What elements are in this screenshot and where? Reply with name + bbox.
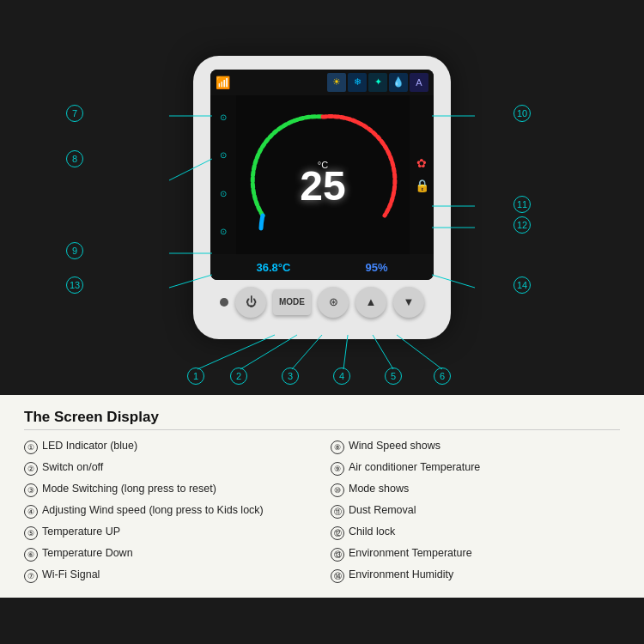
thermostat-device: 📶 ☀ ❄ ✦ 💧 A ⊙ ⊙ ⊙ ⊙: [193, 56, 451, 339]
legend-label-12: Child lock: [349, 526, 395, 538]
legend-label-11: Dust Removal: [349, 504, 416, 516]
svg-line-10: [292, 335, 322, 369]
temperature-display: °C 25: [300, 160, 345, 207]
legend-item-1: ① LED Indicator (blue): [24, 437, 313, 457]
legend-item-13: ⑬ Environment Temperature: [331, 544, 620, 564]
ann-4: 4: [333, 368, 350, 385]
legend-label-7: Wi-Fi Signal: [42, 568, 100, 580]
env-temp-reading: 36.8°C: [257, 261, 291, 274]
legend-num-2: ②: [24, 462, 38, 476]
legend-num-14: ⑭: [331, 569, 344, 583]
top-section: 📶 ☀ ❄ ✦ 💧 A ⊙ ⊙ ⊙ ⊙: [0, 0, 644, 395]
ann-14: 14: [513, 276, 531, 294]
snow-mode-icon[interactable]: ❄: [348, 73, 367, 92]
legend-num-13: ⑬: [331, 548, 344, 562]
legend-label-5: Temperature UP: [42, 526, 120, 538]
legend-label-2: Switch on/off: [42, 461, 103, 473]
wifi-icon: 📶: [216, 76, 230, 89]
section-title: The Screen Display: [24, 409, 620, 430]
auto-mode-icon[interactable]: A: [410, 73, 428, 92]
screen-main-area: ⊙ ⊙ ⊙ ⊙ °C: [210, 95, 434, 254]
temp-down-button[interactable]: ▼: [393, 287, 424, 318]
fan-speed-1: ⊙: [212, 112, 234, 122]
screen-top-bar: 📶 ☀ ❄ ✦ 💧 A: [210, 70, 434, 95]
svg-line-12: [373, 335, 393, 369]
legend-item-12: ⑫ Child lock: [331, 523, 620, 543]
legend-grid: ① LED Indicator (blue) ⑧ Wind Speed show…: [24, 437, 620, 586]
sun-mode-icon[interactable]: ☀: [327, 73, 346, 92]
legend-item-10: ⑩ Mode shows: [331, 480, 620, 500]
fan-mode-icon[interactable]: ✦: [368, 73, 387, 92]
ann-9: 9: [66, 242, 83, 259]
legend-item-6: ⑥ Temperature Down: [24, 544, 313, 564]
legend-label-6: Temperature Down: [42, 547, 133, 559]
fan-speed-4: ⊙: [212, 227, 234, 236]
legend-item-7: ⑦ Wi-Fi Signal: [24, 566, 313, 586]
legend-num-11: ⑪: [331, 505, 344, 519]
temp-up-button[interactable]: ▲: [355, 287, 386, 318]
mode-button[interactable]: MODE: [273, 289, 311, 315]
ann-13: 13: [66, 276, 83, 294]
legend-item-3: ③ Mode Switching (long press to reset): [24, 480, 313, 500]
child-lock-icon: 🔒: [411, 179, 432, 192]
legend-item-2: ② Switch on/off: [24, 459, 313, 478]
svg-line-11: [343, 335, 348, 369]
legend-num-3: ③: [24, 483, 38, 497]
legend-item-5: ⑤ Temperature UP: [24, 523, 313, 543]
right-icon-list: ✿ 🔒: [410, 95, 434, 254]
ann-11: 11: [513, 196, 531, 213]
legend-label-14: Environment Humidity: [349, 568, 453, 580]
power-button[interactable]: ⏻: [235, 287, 266, 318]
legend-num-10: ⑩: [331, 483, 344, 497]
legend-num-9: ⑨: [331, 462, 344, 476]
screen-bottom-bar: 36.8°C 95%: [210, 254, 434, 280]
ann-7: 7: [66, 105, 83, 122]
button-row: ⏻ MODE ⊛ ▲ ▼: [220, 287, 424, 318]
ann-1: 1: [187, 368, 204, 385]
fan-button[interactable]: ⊛: [318, 287, 349, 318]
legend-item-11: ⑪ Dust Removal: [331, 501, 620, 521]
fan-speed-3: ⊙: [212, 189, 234, 198]
legend-num-4: ④: [24, 505, 38, 519]
legend-item-8: ⑧ Wind Speed shows: [331, 437, 620, 457]
mode-icons-row: ☀ ❄ ✦ 💧 A: [327, 73, 428, 92]
ann-6: 6: [434, 368, 451, 385]
temp-value: 25: [300, 163, 345, 209]
ann-10: 10: [513, 105, 531, 122]
legend-num-8: ⑧: [331, 440, 344, 454]
legend-item-4: ④ Adjusting Wind speed (long press to Ki…: [24, 501, 313, 521]
env-humidity-reading: 95%: [365, 261, 387, 274]
svg-line-8: [197, 335, 275, 369]
legend-label-3: Mode Switching (long press to reset): [42, 483, 216, 495]
legend-num-5: ⑤: [24, 526, 38, 540]
svg-line-13: [397, 335, 442, 369]
legend-num-7: ⑦: [24, 569, 38, 583]
dust-removal-icon: ✿: [411, 156, 432, 170]
legend-label-13: Environment Temperature: [349, 547, 472, 559]
device-screen: 📶 ☀ ❄ ✦ 💧 A ⊙ ⊙ ⊙ ⊙: [210, 70, 434, 280]
legend-item-9: ⑨ Air conditioner Temperature: [331, 459, 620, 478]
ann-8: 8: [66, 150, 83, 167]
fan-speed-2: ⊙: [212, 150, 234, 160]
led-indicator: [220, 298, 228, 307]
legend-num-12: ⑫: [331, 526, 344, 540]
ann-5: 5: [385, 368, 402, 385]
legend-label-4: Adjusting Wind speed (long press to Kids…: [42, 504, 264, 516]
drop-mode-icon[interactable]: 💧: [389, 73, 408, 92]
bottom-section: The Screen Display ① LED Indicator (blue…: [0, 395, 644, 598]
legend-item-14: ⑭ Environment Humidity: [331, 566, 620, 586]
ann-3: 3: [282, 368, 299, 385]
ann-12: 12: [513, 216, 531, 234]
legend-label-8: Wind Speed shows: [349, 440, 440, 452]
legend-label-9: Air conditioner Temperature: [349, 461, 480, 473]
fan-speed-list: ⊙ ⊙ ⊙ ⊙: [210, 95, 236, 254]
legend-num-1: ①: [24, 440, 38, 454]
legend-num-6: ⑥: [24, 548, 38, 562]
svg-line-9: [240, 335, 297, 369]
gauge-area: °C 25: [236, 95, 410, 254]
legend-label-10: Mode shows: [349, 483, 409, 495]
ann-2: 2: [230, 368, 247, 385]
legend-label-1: LED Indicator (blue): [42, 440, 137, 452]
